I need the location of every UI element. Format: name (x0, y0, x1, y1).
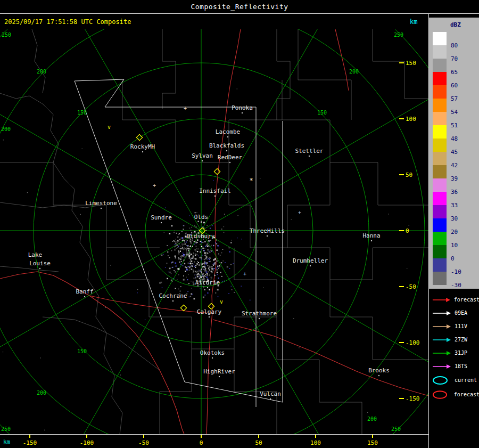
city-label: Banff (76, 288, 93, 295)
city-label: Lake (28, 251, 43, 258)
colorbar-segment: 60 (429, 72, 479, 85)
colorbar-segment: 80 (429, 32, 479, 45)
city-dot (310, 265, 311, 266)
colorbar-unit-label: dBZ (429, 18, 479, 32)
colorbar-swatch (433, 85, 447, 99)
city-label: Drumheller (293, 257, 328, 264)
range-label: 150 (317, 110, 327, 116)
station-plus-marker: + (184, 105, 187, 111)
city-dot (219, 376, 220, 377)
colorbar-swatch (433, 99, 447, 112)
city-label: Calgary (197, 308, 222, 315)
city-dot (142, 151, 143, 152)
bottom-axis-label: 0 (200, 439, 203, 446)
radar-map[interactable]: 2502001501502002502001502002502002501501… (0, 29, 428, 434)
colorbar-panel: dBZ 807065605754514845423936333020100-10… (429, 18, 479, 289)
colorbar-swatch (433, 125, 447, 139)
legend-item-27ZW: 27ZW (429, 333, 479, 346)
colorbar-swatch (433, 112, 447, 125)
colorbar-segment: 51 (429, 112, 479, 125)
legend-label: 27ZW (455, 337, 467, 343)
city-label: Vulcan (260, 390, 281, 397)
legend-item-forecast: forecast (429, 387, 479, 402)
city-label: ThreeHills (250, 227, 285, 234)
city-dot (270, 398, 271, 400)
legend-item-31JP: 31JP (429, 346, 479, 360)
colorbar-segment: 48 (429, 125, 479, 139)
city-dot (226, 150, 227, 151)
colorbar-swatch (433, 59, 447, 72)
right-axis-label: 50 (406, 172, 412, 178)
wind-marker: v (108, 124, 111, 130)
range-label: 250 (394, 32, 403, 38)
city-label: Ponoka (232, 104, 253, 111)
city-label: Sylvan (192, 152, 213, 159)
colorbar-swatch (433, 258, 447, 272)
range-label: 150 (77, 110, 87, 116)
city-label: HighRiver (203, 368, 235, 375)
city-dot (242, 112, 243, 113)
city-label: Airdrie (195, 279, 220, 286)
range-label: 250 (391, 426, 401, 432)
window-title: Composite_Reflectivity (191, 3, 288, 11)
city-dot (202, 160, 203, 161)
colorbar-swatch (433, 152, 447, 165)
city-label: Didsbury (187, 233, 215, 240)
timestamp-label: 2025/09/17 17:51:58 UTC Composite (4, 18, 131, 26)
sidebar: dBZ 807065605754514845423936333020100-10… (428, 14, 479, 448)
radar-application: { "window": { "title": "Composite_Reflec… (0, 0, 479, 448)
city-label: RockyMH (130, 143, 155, 150)
city-label: Okotoks (200, 349, 225, 356)
track-ellipse-icon (432, 376, 452, 385)
city-label: Innisfail (199, 188, 231, 194)
right-axis-label: -50 (406, 283, 416, 290)
colorbar-segment: 45 (429, 139, 479, 152)
city-label: Hanna (362, 232, 380, 239)
city-dot (101, 208, 102, 209)
bottom-axis-label: 100 (310, 439, 321, 446)
city-label: Lacombe (216, 128, 240, 135)
radar-site-marker (180, 305, 186, 311)
colorbar-segment: 33 (429, 192, 479, 205)
city-dot (227, 136, 228, 137)
legend-item-111V: 111V (429, 320, 479, 333)
range-label: 200 (367, 416, 377, 422)
city-label: RedDeer (218, 154, 243, 161)
colorbar-swatch (433, 178, 447, 192)
station-plus-marker: + (298, 210, 301, 216)
city-dot (378, 375, 379, 376)
legend-label: 18TS (455, 363, 467, 369)
city-dot (209, 316, 210, 317)
city-label: Blackfalds (209, 142, 244, 149)
range-label: 200 (37, 69, 46, 75)
city-label: Strathmore (242, 310, 277, 317)
range-label: 250 (1, 426, 11, 432)
echo-layer (3, 88, 409, 430)
legend-label: current (455, 377, 477, 383)
city-label: Brooks (368, 367, 390, 374)
colorbar-segment: 30 (429, 205, 479, 218)
bottom-axis-label: 150 (367, 439, 378, 446)
city-label: Olds (194, 214, 209, 221)
track-ellipse-icon (432, 390, 451, 400)
city-dot (229, 162, 230, 163)
colorbar-swatch (433, 245, 447, 258)
city-dot (161, 222, 162, 223)
right-axis-label: 0 (406, 227, 409, 234)
bottom-axis-canvas: -150-100-50050100150 (0, 435, 428, 448)
city-label: Cochrane (159, 292, 187, 299)
unit-label-bottom: km (3, 438, 10, 445)
city-label: Limestone (85, 200, 117, 207)
colorbar-segment: 54 (429, 99, 479, 112)
colorbar-swatch (433, 165, 447, 178)
legend-label: forecast (454, 297, 479, 303)
track-legend: forecast09EA111V27ZW31JP18TScurrentforec… (429, 293, 479, 402)
colorbar: 807065605754514845423936333020100-10-30 (429, 32, 479, 285)
track-arrow-icon (432, 308, 452, 318)
colorbar-segment: -30 (429, 272, 479, 285)
range-label: 150 (77, 348, 87, 354)
colorbar-swatch (433, 205, 447, 218)
colorbar-segment: -10 (429, 258, 479, 272)
city-dot (172, 300, 174, 302)
colorbar-swatch (433, 192, 447, 205)
